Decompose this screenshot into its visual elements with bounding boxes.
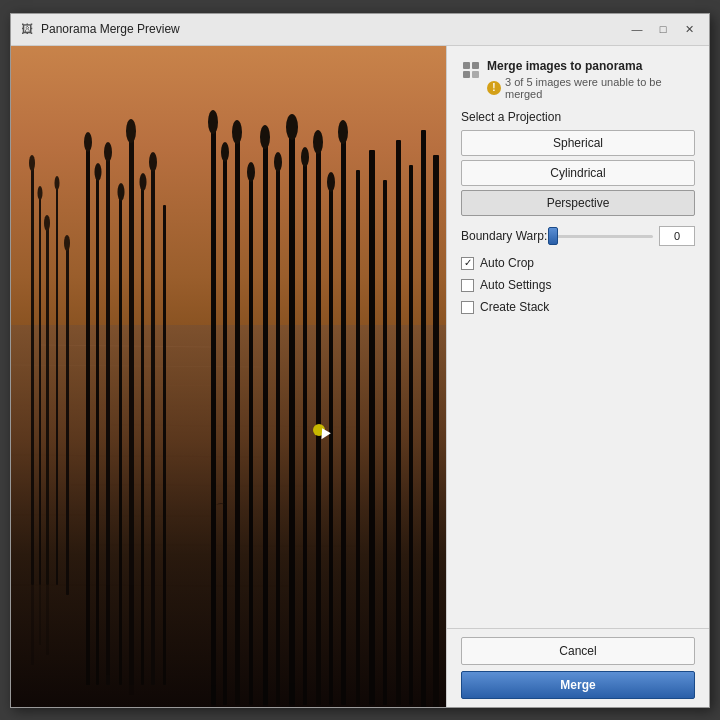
- auto-crop-checkbox[interactable]: [461, 257, 474, 270]
- boundary-warp-value[interactable]: 0: [659, 226, 695, 246]
- svg-rect-1: [11, 325, 446, 707]
- svg-rect-52: [329, 185, 333, 705]
- svg-point-64: [247, 162, 255, 182]
- svg-point-61: [208, 110, 218, 134]
- close-button[interactable]: ✕: [677, 18, 701, 40]
- svg-point-38: [140, 173, 147, 191]
- svg-rect-15: [56, 185, 58, 585]
- create-stack-row: Create Stack: [461, 300, 695, 314]
- svg-rect-30: [141, 185, 144, 685]
- svg-rect-28: [119, 195, 122, 685]
- settings-content: Merge images to panorama ! 3 of 5 images…: [447, 46, 709, 628]
- merge-icon: [461, 60, 481, 80]
- svg-rect-47: [263, 140, 268, 705]
- svg-rect-16: [66, 245, 69, 595]
- auto-settings-row: Auto Settings: [461, 278, 695, 292]
- svg-rect-73: [263, 680, 268, 707]
- svg-rect-55: [369, 150, 375, 705]
- svg-rect-42: [129, 585, 134, 695]
- cylindrical-button[interactable]: Cylindrical: [461, 160, 695, 186]
- svg-point-36: [118, 183, 125, 201]
- svg-point-69: [313, 130, 323, 154]
- svg-point-17: [29, 155, 35, 171]
- title-bar: 🖼 Panorama Merge Preview — □ ✕: [11, 14, 709, 46]
- svg-rect-78: [472, 71, 479, 78]
- svg-rect-59: [421, 130, 426, 707]
- mouse-cursor: [313, 424, 331, 442]
- svg-point-70: [327, 172, 335, 192]
- svg-point-66: [274, 152, 282, 172]
- svg-rect-53: [341, 135, 346, 705]
- auto-crop-row: Auto Crop: [461, 256, 695, 270]
- preview-panel: [11, 46, 446, 707]
- create-stack-checkbox[interactable]: [461, 301, 474, 314]
- svg-rect-31: [151, 165, 155, 685]
- svg-rect-58: [409, 165, 413, 705]
- svg-point-37: [126, 119, 136, 143]
- svg-rect-54: [356, 170, 360, 705]
- svg-rect-26: [96, 175, 99, 685]
- dialog-body: Merge images to panorama ! 3 of 5 images…: [11, 46, 709, 707]
- minimize-button[interactable]: —: [625, 18, 649, 40]
- spherical-button[interactable]: Spherical: [461, 130, 695, 156]
- svg-rect-60: [433, 155, 439, 707]
- svg-rect-50: [303, 160, 307, 705]
- boundary-warp-label: Boundary Warp:: [461, 229, 547, 243]
- svg-point-20: [55, 176, 60, 190]
- svg-rect-76: [472, 62, 479, 69]
- svg-point-21: [64, 235, 70, 251]
- svg-rect-48: [276, 165, 280, 705]
- title-buttons: — □ ✕: [625, 18, 701, 40]
- svg-rect-14: [46, 225, 49, 585]
- svg-rect-75: [463, 62, 470, 69]
- auto-settings-checkbox[interactable]: [461, 279, 474, 292]
- svg-rect-45: [235, 135, 240, 705]
- boundary-warp-thumb[interactable]: [548, 227, 558, 245]
- merge-button[interactable]: Merge: [461, 671, 695, 699]
- svg-rect-57: [396, 140, 401, 705]
- projection-label: Select a Projection: [461, 110, 695, 124]
- maximize-button[interactable]: □: [651, 18, 675, 40]
- svg-rect-13: [39, 195, 41, 585]
- svg-point-62: [221, 142, 229, 162]
- svg-rect-43: [211, 125, 216, 705]
- settings-footer: Cancel Merge: [447, 628, 709, 707]
- svg-point-35: [104, 142, 112, 162]
- svg-point-63: [232, 120, 242, 144]
- svg-rect-74: [289, 683, 295, 707]
- svg-point-39: [149, 152, 157, 172]
- svg-point-19: [44, 215, 50, 231]
- merge-subtitle: ! 3 of 5 images were unable to be merged: [487, 76, 695, 100]
- boundary-warp-track: [553, 235, 653, 238]
- create-stack-label: Create Stack: [480, 300, 549, 314]
- svg-point-65: [260, 125, 270, 149]
- boundary-warp-row: Boundary Warp: 0: [461, 226, 695, 246]
- window-icon: 🖼: [19, 21, 35, 37]
- panorama-merge-dialog: 🖼 Panorama Merge Preview — □ ✕: [10, 13, 710, 708]
- title-bar-left: 🖼 Panorama Merge Preview: [19, 21, 180, 37]
- merge-text: Merge images to panorama ! 3 of 5 images…: [487, 58, 695, 101]
- svg-rect-24: [46, 585, 49, 655]
- auto-settings-label: Auto Settings: [480, 278, 551, 292]
- svg-rect-12: [31, 165, 34, 585]
- svg-rect-44: [223, 155, 227, 705]
- svg-rect-56: [383, 180, 387, 705]
- svg-point-18: [38, 186, 43, 200]
- panorama-scene: [11, 46, 446, 707]
- warning-icon: !: [487, 81, 501, 95]
- merge-title: Merge images to panorama: [487, 58, 695, 75]
- window-title: Panorama Merge Preview: [41, 22, 180, 36]
- svg-rect-72: [211, 685, 216, 707]
- svg-rect-46: [249, 175, 253, 705]
- svg-point-34: [95, 163, 102, 181]
- svg-point-71: [338, 120, 348, 144]
- cancel-button[interactable]: Cancel: [461, 637, 695, 665]
- svg-rect-40: [86, 585, 90, 685]
- perspective-button[interactable]: Perspective: [461, 190, 695, 216]
- merge-header: Merge images to panorama ! 3 of 5 images…: [461, 58, 695, 101]
- settings-panel: Merge images to panorama ! 3 of 5 images…: [446, 46, 709, 707]
- auto-crop-label: Auto Crop: [480, 256, 534, 270]
- svg-rect-41: [106, 585, 110, 675]
- svg-rect-32: [163, 205, 166, 685]
- boundary-warp-slider-container: [553, 227, 653, 245]
